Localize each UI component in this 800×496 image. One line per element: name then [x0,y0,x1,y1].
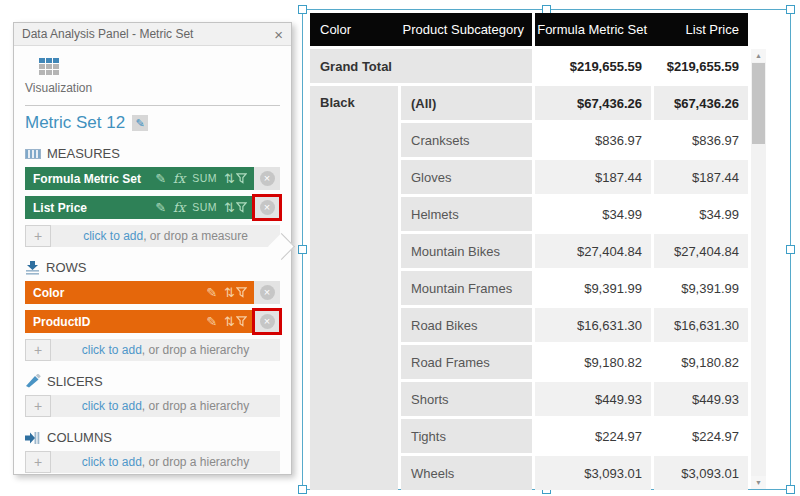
formula-value-cell: $3,093.01 [535,456,651,490]
list-price-value-cell: $67,436.26 [654,86,748,120]
list-price-value-cell: $27,404.84 [654,234,748,268]
add-slicer-row[interactable]: + click to add, or drop a hierarchy [25,395,280,417]
funnel-icon [236,287,247,298]
measure-name: List Price [33,201,87,215]
formula-value-cell: $16,631.30 [535,308,651,342]
visualization-button[interactable]: Visualization [25,58,95,95]
sort-icon: ⇅ [224,286,235,299]
header-color: Color [310,22,351,37]
remove-hierarchy-wrap-highlighted: × [254,310,280,333]
add-measure-hint: , or drop a measure [143,229,248,243]
click-to-add-link[interactable]: click to add [83,229,143,243]
add-measure-row[interactable]: + click to add, or drop a measure [25,225,280,247]
pencil-icon[interactable]: ✎ [206,315,217,328]
formula-value-cell: $224.97 [535,419,651,453]
pencil-icon[interactable]: ✎ [155,201,166,214]
subcategory-cell: Road Bikes [401,308,532,342]
formula-icon[interactable]: fx [173,201,185,214]
resize-handle-middle-left[interactable] [298,245,307,254]
list-price-value-cell: $224.97 [654,419,748,453]
resize-handle-top-right[interactable] [786,5,795,14]
subcategory-cell: Helmets [401,197,532,231]
remove-icon: × [260,285,275,300]
remove-hierarchy-button[interactable]: × [254,281,280,304]
plus-icon[interactable]: + [25,451,51,473]
aggregator-label[interactable]: SUM [192,173,217,184]
resize-handle-bottom-right[interactable] [786,485,795,494]
remove-measure-wrap: × [254,167,280,190]
rows-heading-label: ROWS [46,260,86,275]
columns-heading: COLUMNS [25,430,280,445]
close-icon[interactable]: × [274,27,283,42]
measure-bar-list-price[interactable]: List Price ✎ fx SUM ⇅ × [25,196,280,219]
scrollbar-thumb[interactable] [752,63,765,144]
list-price-value-cell: $187.44 [654,160,748,194]
funnel-icon [236,202,247,213]
subcategory-cell: Cranksets [401,123,532,157]
remove-measure-wrap-highlighted: × [254,196,280,219]
click-to-add-link[interactable]: click to add [82,399,142,413]
panel-title: Data Analysis Panel - Metric Set [22,27,274,41]
add-row-hierarchy-row[interactable]: + click to add, or drop a hierarchy [25,339,280,361]
sort-filter-icon[interactable]: ⇅ [224,286,247,299]
sort-filter-icon[interactable]: ⇅ [224,172,247,185]
add-column-row[interactable]: + click to add, or drop a hierarchy [25,451,280,473]
add-slicer-hint: , or drop a hierarchy [142,399,249,413]
slicers-heading-label: SLICERS [47,374,103,389]
remove-hierarchy-button[interactable]: × [254,310,280,333]
pencil-icon[interactable]: ✎ [206,286,217,299]
sort-filter-icon[interactable]: ⇅ [224,315,247,328]
list-price-value-cell: $449.93 [654,382,748,416]
edit-metric-set-icon[interactable]: ✎ [132,115,148,131]
data-analysis-panel: Data Analysis Panel - Metric Set × Visua… [13,22,292,475]
pivot-table[interactable]: Color Product Subcategory Formula Metric… [310,13,748,490]
formula-value-cell: $836.97 [535,123,651,157]
visualization-grid-icon [39,58,95,75]
remove-measure-button[interactable]: × [254,167,280,190]
header-formula-metric-set: Formula Metric Set [535,22,651,37]
scroll-up-icon: ▲ [755,52,762,59]
plus-icon[interactable]: + [25,395,51,417]
row-bar-color[interactable]: Color ✎ ⇅ × [25,281,280,304]
measure-name: Formula Metric Set [33,172,141,186]
plus-icon[interactable]: + [25,225,51,247]
aggregator-label[interactable]: SUM [192,202,217,213]
list-price-value-cell: $836.97 [654,123,748,157]
resize-handle-top-left[interactable] [298,5,307,14]
remove-icon: × [260,200,275,215]
formula-value-cell: $9,180.82 [535,345,651,379]
add-column-hint: , or drop a hierarchy [142,455,249,469]
formula-value-cell: $27,404.84 [535,234,651,268]
header-product-subcategory: Product Subcategory [403,22,532,37]
subcategory-cell: Gloves [401,160,532,194]
remove-icon: × [260,314,275,329]
measures-icon [25,149,41,159]
remove-hierarchy-wrap: × [254,281,280,304]
resize-handle-middle-right[interactable] [786,245,795,254]
pencil-icon[interactable]: ✎ [155,172,166,185]
formula-value-cell: $449.93 [535,382,651,416]
click-to-add-link[interactable]: click to add [82,343,142,357]
resize-handle-bottom-left[interactable] [298,485,307,494]
rows-heading: ROWS [25,260,280,275]
click-to-add-link[interactable]: click to add [82,455,142,469]
formula-icon[interactable]: fx [173,172,185,185]
columns-heading-label: COLUMNS [47,430,112,445]
remove-icon: × [260,171,275,186]
vertical-scrollbar[interactable]: ▲ ▼ [751,49,766,489]
measure-bar-formula-metric-set[interactable]: Formula Metric Set ✎ fx SUM ⇅ × [25,167,280,190]
columns-icon [25,431,41,445]
slicers-heading: SLICERS [25,374,280,389]
row-bar-productid[interactable]: ProductID ✎ ⇅ × [25,310,280,333]
subcategory-cell: Mountain Bikes [401,234,532,268]
panel-titlebar: Data Analysis Panel - Metric Set × [14,23,291,46]
remove-measure-button[interactable]: × [254,196,280,219]
plus-icon[interactable]: + [25,339,51,361]
scroll-down-button[interactable]: ▼ [751,476,766,489]
sort-filter-icon[interactable]: ⇅ [224,201,247,214]
list-price-value-cell: $9,180.82 [654,345,748,379]
scroll-up-button[interactable]: ▲ [751,49,766,62]
scroll-down-icon: ▼ [755,479,762,486]
list-price-value-cell: $3,093.01 [654,456,748,490]
list-price-value-cell: $34.99 [654,197,748,231]
